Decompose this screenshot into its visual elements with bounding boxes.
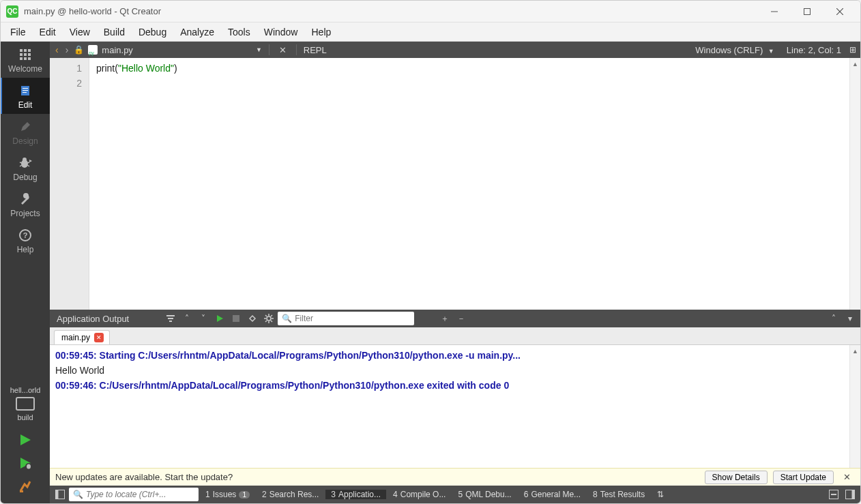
split-editor-button[interactable]: ⊞ bbox=[849, 45, 856, 55]
menu-window[interactable]: Window bbox=[257, 25, 305, 40]
output-tab[interactable]: main.py ✕ bbox=[54, 330, 110, 344]
stop-badge-icon[interactable]: ✕ bbox=[94, 333, 104, 342]
grid-icon bbox=[19, 47, 31, 62]
svg-line-41 bbox=[265, 315, 267, 316]
sb-label: General Me... bbox=[531, 490, 581, 499]
search-icon: 🔍 bbox=[282, 314, 292, 323]
output-panel-title: Application Output bbox=[53, 314, 133, 324]
statusbar-search[interactable]: 2 Search Res... bbox=[257, 490, 324, 499]
nav-forward-button[interactable]: › bbox=[64, 44, 70, 55]
svg-line-42 bbox=[271, 321, 272, 322]
menu-analyze[interactable]: Analyze bbox=[173, 25, 221, 40]
menu-debug[interactable]: Debug bbox=[132, 25, 173, 40]
sb-label: Search Res... bbox=[269, 490, 319, 499]
output-tabs: main.py ✕ bbox=[50, 327, 860, 345]
nav-back-button[interactable]: ‹ bbox=[54, 44, 60, 55]
maximize-button[interactable] bbox=[792, 2, 822, 21]
kit-selector[interactable]: hell...orld build bbox=[1, 382, 50, 426]
editor-nav: ‹ › 🔒 main.py ▼ ✕ REPL Windows (CRLF) ▼ bbox=[50, 42, 860, 58]
activity-debug[interactable]: ▸ Debug bbox=[1, 150, 50, 186]
activity-edit[interactable]: Edit bbox=[1, 78, 50, 114]
update-message: New updates are available. Start the upd… bbox=[55, 472, 699, 482]
filter-text-field[interactable] bbox=[295, 314, 410, 323]
output-run-button[interactable] bbox=[212, 311, 227, 326]
sb-num: 5 bbox=[458, 490, 463, 499]
activity-design[interactable]: Design bbox=[1, 114, 50, 150]
start-update-button[interactable]: Start Update bbox=[773, 471, 834, 484]
dismiss-update-button[interactable]: ✕ bbox=[839, 472, 855, 482]
svg-line-21 bbox=[20, 165, 22, 166]
lock-icon[interactable]: 🔒 bbox=[74, 45, 84, 55]
sb-label: Compile O... bbox=[400, 490, 446, 499]
close-output-pane-button[interactable] bbox=[826, 490, 841, 499]
file-selector[interactable]: main.py bbox=[102, 45, 136, 55]
line-number: 1 bbox=[53, 61, 82, 76]
toggle-right-sidebar-button[interactable] bbox=[843, 490, 858, 499]
activity-help[interactable]: ? Help bbox=[1, 222, 50, 258]
output-stop-button[interactable] bbox=[229, 311, 244, 326]
kit-build-label: build bbox=[17, 413, 33, 421]
attach-button[interactable] bbox=[245, 311, 260, 326]
repl-label[interactable]: REPL bbox=[304, 45, 327, 55]
cursor-position[interactable]: Line: 2, Col: 1 bbox=[783, 45, 845, 55]
menu-help[interactable]: Help bbox=[304, 25, 338, 40]
menu-edit[interactable]: Edit bbox=[33, 25, 63, 40]
activity-bar: Welcome Edit Design ▸ Debug bbox=[1, 42, 50, 503]
menu-tools[interactable]: Tools bbox=[221, 25, 257, 40]
statusbar-appoutput[interactable]: 3 Applicatio... bbox=[325, 490, 386, 499]
run-button[interactable] bbox=[18, 432, 33, 447]
minimize-output-button[interactable]: ▾ bbox=[843, 311, 858, 326]
code-editor[interactable]: 1 2 print("Hello World") ▲ bbox=[50, 58, 860, 310]
svg-line-43 bbox=[271, 315, 272, 316]
statusbar-qmldebug[interactable]: 5 QML Debu... bbox=[452, 490, 516, 499]
line-ending-selector[interactable]: Windows (CRLF) ▼ bbox=[691, 45, 778, 55]
menu-file[interactable]: File bbox=[3, 25, 33, 40]
add-pane-button[interactable]: ＋ bbox=[437, 311, 452, 326]
line-ending-value: Windows (CRLF) bbox=[695, 45, 763, 55]
sb-num: 1 bbox=[205, 490, 210, 499]
close-button[interactable] bbox=[825, 2, 855, 21]
svg-text:▸: ▸ bbox=[29, 158, 32, 164]
statusbar-issues[interactable]: 1 Issues 1 bbox=[200, 490, 255, 499]
output-settings-button[interactable] bbox=[261, 311, 276, 326]
collapse-output-button[interactable]: ˄ bbox=[826, 311, 841, 326]
output-filter-input[interactable]: 🔍 bbox=[278, 312, 414, 325]
close-editor-button[interactable]: ✕ bbox=[276, 45, 289, 55]
vertical-scrollbar[interactable]: ▲ bbox=[849, 345, 860, 468]
svg-rect-16 bbox=[23, 92, 27, 93]
sb-label: QML Debu... bbox=[465, 490, 512, 499]
statusbar-general[interactable]: 6 General Me... bbox=[519, 490, 586, 499]
svg-rect-15 bbox=[23, 90, 28, 91]
build-button[interactable] bbox=[18, 479, 33, 494]
document-icon bbox=[19, 83, 31, 98]
chevron-down-icon[interactable]: ▼ bbox=[256, 46, 262, 53]
show-details-button[interactable]: Show Details bbox=[705, 471, 768, 484]
statusbar-testresults[interactable]: 8 Test Results bbox=[587, 490, 650, 499]
filter-toggle-button[interactable] bbox=[163, 311, 178, 326]
svg-rect-50 bbox=[852, 490, 855, 499]
help-icon: ? bbox=[19, 228, 31, 243]
statusbar-compile[interactable]: 4 Compile O... bbox=[388, 490, 451, 499]
activity-projects[interactable]: Projects bbox=[1, 186, 50, 222]
run-debug-button[interactable] bbox=[18, 456, 33, 471]
svg-line-44 bbox=[265, 321, 267, 322]
svg-rect-10 bbox=[20, 57, 23, 60]
activity-welcome[interactable]: Welcome bbox=[1, 42, 50, 78]
kit-project-label: hell...orld bbox=[10, 386, 41, 394]
vertical-scrollbar[interactable]: ▲ bbox=[849, 58, 860, 310]
menu-build[interactable]: Build bbox=[97, 25, 132, 40]
code-line bbox=[96, 76, 843, 91]
remove-pane-button[interactable]: － bbox=[454, 311, 469, 326]
minimize-button[interactable] bbox=[759, 2, 789, 21]
menu-view[interactable]: View bbox=[63, 25, 97, 40]
statusbar-updown[interactable]: ⇅ bbox=[652, 490, 669, 499]
svg-point-29 bbox=[27, 464, 31, 469]
bug-icon: ▸ bbox=[18, 155, 32, 171]
next-item-button[interactable]: ˅ bbox=[196, 311, 211, 326]
locator-input[interactable]: 🔍 bbox=[69, 488, 199, 501]
output-body[interactable]: 00:59:45: Starting C:/Users/rhntm/AppDat… bbox=[50, 345, 860, 468]
prev-item-button[interactable]: ˄ bbox=[179, 311, 194, 326]
locator-text-field[interactable] bbox=[86, 490, 194, 499]
code-area[interactable]: print("Hello World") bbox=[89, 58, 849, 310]
toggle-left-sidebar-button[interactable] bbox=[53, 490, 68, 499]
